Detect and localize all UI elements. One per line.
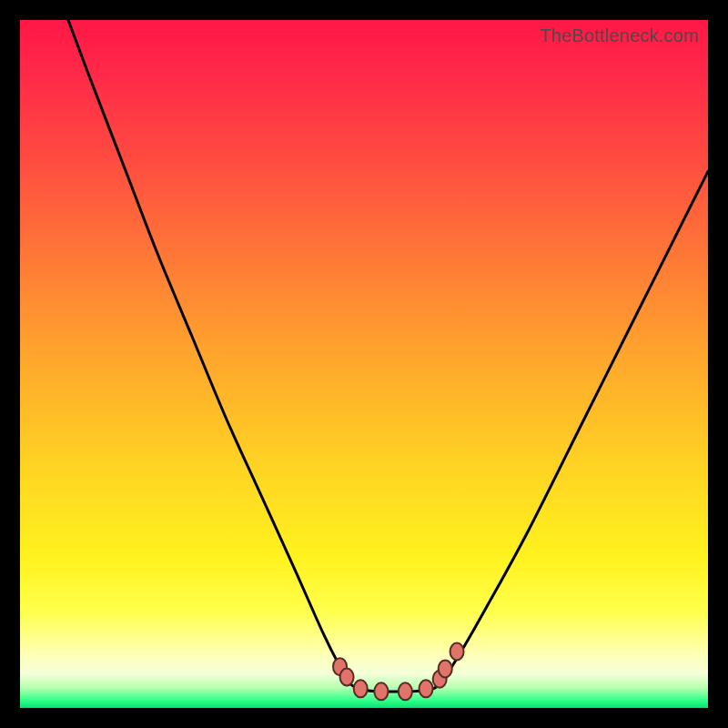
marker-dot <box>374 682 388 700</box>
curve-path <box>68 20 708 692</box>
marker-dot <box>439 660 452 677</box>
chart-frame: TheBottleneck.com <box>0 0 728 728</box>
curve-markers <box>333 643 464 701</box>
chart-plot-area: TheBottleneck.com <box>20 20 708 708</box>
marker-dot <box>399 682 412 700</box>
marker-dot <box>420 680 433 697</box>
marker-dot <box>450 643 464 661</box>
marker-dot <box>340 668 354 685</box>
marker-dot <box>354 680 368 697</box>
bottleneck-curve <box>20 20 708 708</box>
